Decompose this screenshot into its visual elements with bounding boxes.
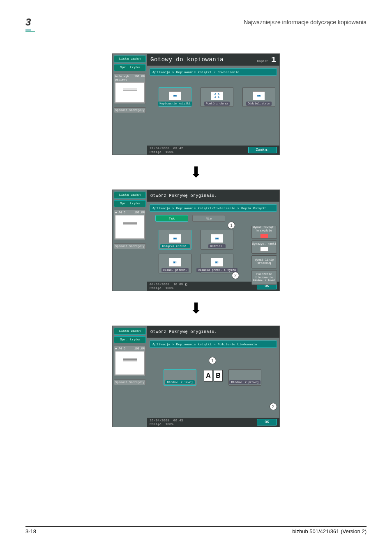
open-cover-title: Otwórz Pokrywę oryginału. [150,194,217,198]
erase-outer-edge[interactable]: Wymaż zewnęt. krawędzie [251,226,277,239]
ab-preview-icon: AB [204,370,223,382]
ready-title: Gotowy do kopiowania [150,56,224,63]
close-button[interactable]: Zamkn. [248,147,277,153]
job-list-button[interactable]: Lista zadań [114,328,146,335]
sidebar-preview: ■ A4 D100.0% [114,210,146,240]
footer-model: bizhub 501/421/361 (Version 2) [292,528,367,534]
tile-front-cover[interactable]: ▣▯Okład. przedn. [159,254,191,273]
callout-1: 1 [209,357,216,364]
breadcrumb: Aplikacja > Kopiowanie książki/Powtarzan… [150,204,277,212]
tile-book-spread[interactable]: ▣▣Książka rozłoż. [159,230,191,250]
callout-2: 2 [270,403,277,410]
tile-book-copy[interactable]: ▣▣Kopiowanie książki [159,87,191,107]
frame-erase[interactable]: Wymazyw. ramki [251,240,277,254]
down-arrow-icon: ⬇ [190,301,202,316]
open-cover-title: Otwórz Pokrywę oryginału. [150,330,217,334]
mode-check-button[interactable]: Spr. trybu [114,200,146,207]
status-bar: 29/04/2008 09:42Pamięć 100% Zamkn. [147,146,279,155]
chapter-number: 3 [25,16,35,32]
down-arrow-icon: ⬇ [190,165,202,180]
tile-bind-left[interactable]: Bindow. z lewej [164,369,196,386]
tile-separation[interactable]: ▣▣Oddziel. [201,230,233,250]
callout-1: 1 [228,222,235,229]
preview-thumb [115,82,145,103]
mode-check-button[interactable]: Spr. trybu [114,64,146,71]
sidebar-preview: Auto.wyb. papieru100.0% [114,74,146,104]
job-list-button[interactable]: Lista zadań [114,192,146,199]
callout-2: 2 [232,272,239,279]
tile-front-back-cover[interactable]: ▣▯Okładka przed. i tylna [201,254,233,273]
copier-screen-1: Lista zadań Spr. trybu Auto.wyb. papieru… [112,53,280,155]
mode-check-button[interactable]: Spr. trybu [114,336,146,343]
breadcrumb: Aplikacja > Kopiowanie książki / Powtarz… [150,68,277,76]
tile-page-separate[interactable]: ▣▣Oddziel.stron [242,87,275,107]
breadcrumb: Aplikacja > Kopiowanie książki > Położen… [150,340,277,348]
binding-position[interactable]: Położenie bindowaniaBindow. z lewej [251,270,277,285]
page-header-title: Najważniejsze informacje dotyczące kopio… [244,19,367,25]
tile-bind-right[interactable]: Bindow. z prawej [228,369,261,386]
ok-button[interactable]: OK [257,419,277,426]
copies-count: 1 [271,55,276,65]
copier-screen-2: Lista zadań Spr. trybu ■ A4 D100.0% Spra… [112,190,280,291]
copier-screen-3: Lista zadań Spr. trybu ■ A4 D100.0% Spra… [112,326,280,427]
tile-repeat-image[interactable]: A AA APowtórz obraz [201,87,233,107]
details-button[interactable]: Sprawdź Szczegóły [114,107,146,113]
details-button[interactable]: Sprawdź Szczegóły [114,379,146,385]
job-list-button[interactable]: Lista zadań [114,56,146,62]
center-line-erase[interactable]: Wymaż linię środkową [251,255,277,268]
title-bar: Gotowy do kopiowania Kopie:1 [147,54,279,66]
no-button[interactable]: Nie [192,215,225,222]
details-button[interactable]: Sprawdź Szczegóły [114,243,146,249]
footer-page: 3-18 [25,528,36,534]
sidebar-preview: ■ A4 D100.0% [114,346,146,376]
yes-button[interactable]: Tak [155,215,188,222]
